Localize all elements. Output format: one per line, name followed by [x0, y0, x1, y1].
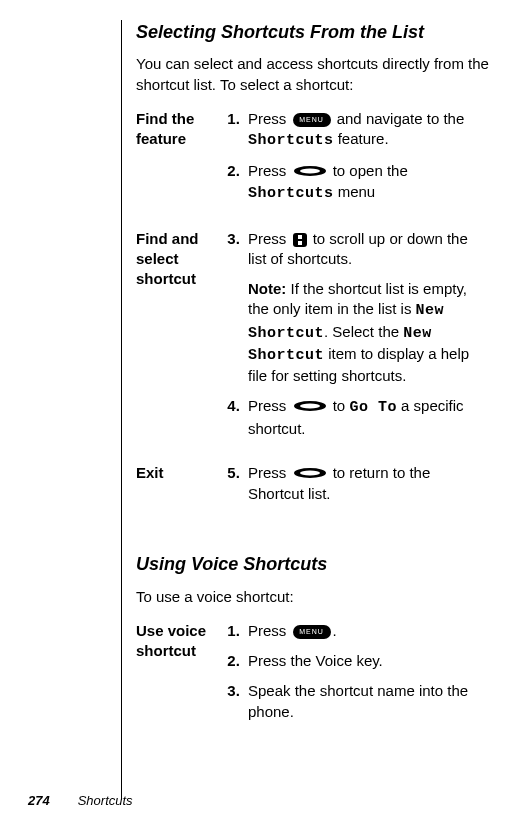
section-title-2: Using Voice Shortcuts: [136, 552, 489, 576]
row-exit: Exit Press to return to the Shortcut lis…: [136, 463, 489, 528]
text: Press: [248, 397, 291, 414]
select-key-icon: [293, 397, 327, 417]
text: menu: [334, 183, 376, 200]
page: Selecting Shortcuts From the List You ca…: [0, 0, 511, 800]
page-footer: 274Shortcuts: [28, 792, 133, 810]
note-label: Note:: [248, 280, 286, 297]
steps-table-2: Use voice shortcut Press MENU. Press the…: [136, 621, 489, 746]
section-title-1: Selecting Shortcuts From the List: [136, 20, 489, 44]
text: Press: [248, 622, 291, 639]
step-3: Speak the shortcut name into the phone.: [244, 681, 489, 722]
row-find-shortcut: Find and select shortcut Press to scroll…: [136, 229, 489, 463]
text: feature.: [334, 130, 389, 147]
step-1: Press MENU and navigate to the Shortcuts…: [244, 109, 489, 152]
row-label: Find the feature: [136, 109, 224, 229]
row-steps: Press MENU and navigate to the Shortcuts…: [224, 109, 489, 229]
steps-table-1: Find the feature Press MENU and navigate…: [136, 109, 489, 529]
svg-point-3: [300, 404, 320, 409]
step-2: Press the Voice key.: [244, 651, 489, 671]
select-key-icon: [293, 464, 327, 484]
menu-key-icon: MENU: [293, 625, 331, 639]
step-3: Press to scroll up or down the list of s…: [244, 229, 489, 387]
content-column: Selecting Shortcuts From the List You ca…: [121, 20, 489, 800]
step-2: Press to open the Shortcuts menu: [244, 161, 489, 204]
row-voice: Use voice shortcut Press MENU. Press the…: [136, 621, 489, 746]
page-number: 274: [28, 793, 50, 808]
step-1: Press MENU.: [244, 621, 489, 641]
row-label: Use voice shortcut: [136, 621, 224, 746]
section-intro-1: You can select and access shortcuts dire…: [136, 54, 489, 95]
chapter-name: Shortcuts: [78, 793, 133, 808]
step-5: Press to return to the Shortcut list.: [244, 463, 489, 504]
mono-text: Shortcuts: [248, 132, 334, 149]
text: Press: [248, 110, 291, 127]
text: Press: [248, 464, 291, 481]
text: to: [329, 397, 350, 414]
text: and navigate to the: [333, 110, 465, 127]
section-intro-2: To use a voice shortcut:: [136, 587, 489, 607]
select-key-icon: [293, 162, 327, 182]
row-steps: Press MENU. Press the Voice key. Speak t…: [224, 621, 489, 746]
text: .: [333, 622, 337, 639]
text: to open the: [329, 162, 408, 179]
menu-key-icon: MENU: [293, 113, 331, 127]
row-steps: Press to return to the Shortcut list.: [224, 463, 489, 528]
row-label: Exit: [136, 463, 224, 528]
row-steps: Press to scroll up or down the list of s…: [224, 229, 489, 463]
svg-point-5: [300, 470, 320, 475]
svg-point-1: [300, 169, 320, 174]
note: Note: If the shortcut list is empty, the…: [248, 279, 489, 386]
row-label: Find and select shortcut: [136, 229, 224, 463]
text: Press: [248, 230, 291, 247]
step-4: Press to Go To a specific shortcut.: [244, 396, 489, 439]
text: Press: [248, 162, 291, 179]
row-find-feature: Find the feature Press MENU and navigate…: [136, 109, 489, 229]
scroll-key-icon: [293, 233, 307, 247]
text: . Select the: [324, 323, 403, 340]
mono-text: Go To: [349, 399, 397, 416]
mono-text: Shortcuts: [248, 185, 334, 202]
